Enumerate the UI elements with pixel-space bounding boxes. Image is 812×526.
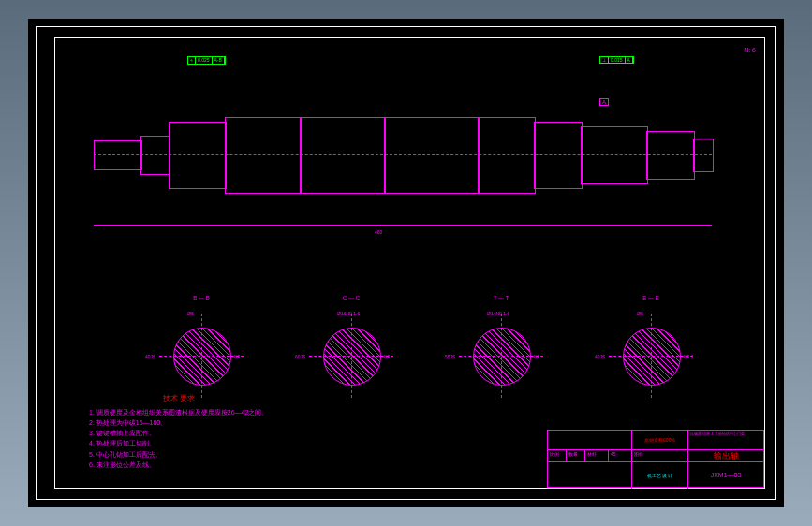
section-dim-right: N9: [384, 354, 390, 359]
shaft-segment: [169, 122, 227, 189]
tb-mat-val: 45: [609, 450, 632, 461]
technical-requirements: 技术 要求 1. 调质硬度及金相组织关系图渣根据及硬度应按26—42之间。2. …: [89, 393, 268, 470]
section-view: C — CØ16N9 1.660JSN9: [290, 290, 412, 431]
section-dim-top: Ø16N9 1.6: [337, 311, 360, 316]
title-block: 原始资料600% 连轴器/油杯 4.大齿轮机中心门类 比例 数量 材料 45 图…: [547, 430, 764, 488]
gdt-frame-1: ⌖ 0.025 A-B: [187, 56, 226, 65]
shaft-segment: [693, 139, 714, 172]
drawing-canvas[interactable]: N: 6 ⌖ 0.025 A-B ⊥ 0.015 A A 460 B — BØ8…: [28, 19, 784, 507]
tech-req-item: 1. 调质硬度及金相组织关系图渣根据及硬度应按26—42之间。: [89, 407, 268, 417]
shaft-body: [94, 112, 712, 197]
section-dim-left: 40JS: [145, 354, 155, 359]
section-dim-left: 40JS: [595, 354, 605, 359]
part-name: 输出轴: [688, 450, 763, 461]
shaft-segment: [94, 140, 142, 170]
shaft-segment: [646, 131, 695, 180]
tb-top-note: 原始资料600%: [632, 431, 688, 449]
overall-length: 460: [375, 229, 382, 235]
tb-design-org: 机工艺 设 计: [632, 462, 688, 489]
tb-signatures: [548, 462, 632, 489]
datum-a: A: [599, 98, 609, 106]
shaft-segment: [478, 117, 536, 194]
section-circle: [473, 328, 531, 386]
section-dim-left: 60JS: [295, 354, 305, 359]
tech-req-item: 5. 中心孔钻加工后配去。: [89, 449, 268, 460]
main-shaft-view: ⌖ 0.025 A-B ⊥ 0.015 A A 460: [75, 56, 731, 243]
shaft-segment: [300, 117, 386, 194]
tb-mat-lbl: 材料: [585, 450, 609, 461]
scale-indicator: N: 6: [744, 47, 756, 53]
section-dim-right: N9: [534, 354, 539, 359]
tech-req-item: 3. 键键槽轴上应配作。: [89, 428, 268, 438]
section-dim-right: N9 1: [684, 354, 694, 359]
shaft-segment: [534, 122, 583, 189]
section-dim-top: Ø8: [187, 311, 194, 316]
section-dim-left: 55JS: [445, 354, 455, 359]
section-dim-right: N9: [234, 354, 240, 359]
section-circle: [623, 328, 681, 386]
section-label: E — E: [642, 295, 658, 300]
tech-req-item: 4. 热处理后加工切削。: [89, 438, 268, 448]
section-view: T — TØ14N9 1.655JSN9: [440, 290, 562, 431]
tb-revision-area: [548, 431, 632, 449]
section-label: C — C: [343, 295, 360, 300]
section-circle: [173, 328, 231, 386]
tech-req-item: 2. 热处理为中碳15—180。: [89, 417, 268, 428]
tb-sheet-lbl: 图样: [632, 450, 688, 461]
section-circle: [323, 328, 381, 386]
tb-scale-lbl: 比例: [548, 450, 567, 461]
shaft-segment: [581, 126, 648, 184]
tech-req-item: 6. 未注形位公差及线。: [89, 460, 268, 470]
overall-dim-line: [94, 225, 712, 226]
drawing-number: JXM1—03: [688, 462, 763, 489]
shaft-segment: [384, 117, 480, 194]
tech-req-title: 技术 要求: [89, 393, 268, 405]
section-label: T — T: [494, 295, 509, 300]
tb-corner-note: 连轴器/油杯 4.大齿轮机中心门类: [688, 431, 763, 449]
shaft-segment: [225, 117, 302, 194]
shaft-segment: [140, 136, 170, 175]
gdt-frame-2: ⊥ 0.015 A: [599, 56, 634, 64]
section-view: E — EØ840JSN9 1: [590, 290, 712, 431]
section-dim-top: Ø8: [637, 311, 643, 316]
section-label: B — B: [193, 295, 209, 300]
section-dim-top: Ø14N9 1.6: [487, 311, 509, 316]
tb-qty-lbl: 数量: [567, 450, 585, 461]
cad-viewport: N: 6 ⌖ 0.025 A-B ⊥ 0.015 A A 460 B — BØ8…: [0, 0, 812, 526]
